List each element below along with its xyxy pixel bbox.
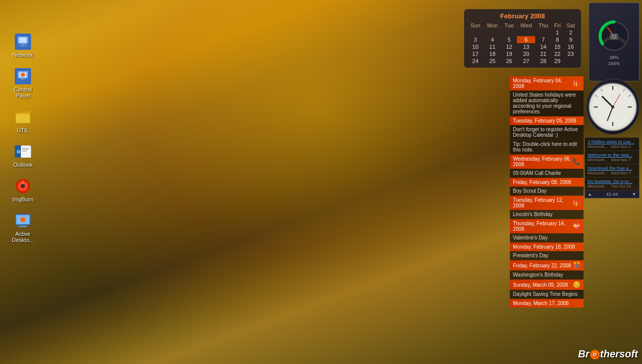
brothersoft-logo: Brothersoft: [578, 348, 638, 360]
calendar-day[interactable]: 7: [535, 36, 552, 43]
calendar-day[interactable]: 25: [483, 57, 501, 65]
svg-point-41: [612, 105, 615, 108]
news-item-4[interactable]: Do budgets. Do e-m... Microsoft... Tue O…: [585, 177, 639, 191]
calendar-day: [483, 29, 501, 36]
event-item[interactable]: United States holidays were added automa…: [510, 90, 584, 116]
event-date-header[interactable]: Tuesday, February 05, 2008: [510, 116, 584, 125]
calendar-day[interactable]: 19: [501, 50, 517, 57]
calendar-day[interactable]: 21: [535, 50, 552, 57]
event-item[interactable]: Lincoln's Birthday: [510, 210, 584, 219]
event-type-icon: 🎁: [573, 80, 580, 87]
event-date-text: Tuesday, February 12, 2008: [513, 197, 573, 208]
event-item[interactable]: Washington's Birthday: [510, 270, 584, 280]
calendar-day[interactable]: 5: [501, 36, 517, 43]
event-item[interactable]: Daylight Saving Time Begins: [510, 290, 584, 299]
calendar-day[interactable]: 12: [501, 43, 517, 50]
desktop-icon-outlook[interactable]: O Outlook: [5, 140, 41, 170]
news-meta-4: Microsoft... Tue Oct 23: [588, 184, 636, 189]
svg-rect-13: [22, 150, 27, 151]
calendar-day[interactable]: 2: [563, 29, 578, 36]
news-title-3[interactable]: Download the free a...: [588, 166, 636, 171]
calendar-day[interactable]: 27: [517, 57, 535, 65]
desktop-icon-util[interactable]: UTIL: [5, 106, 41, 135]
event-item[interactable]: Tip: Double-click here to edit this note…: [510, 140, 584, 155]
calendar-day[interactable]: 9: [563, 36, 578, 43]
scroll-down-btn[interactable]: ▼: [632, 192, 636, 197]
event-item[interactable]: President's Day: [510, 251, 584, 260]
news-title-1[interactable]: 3 hidden ways to use...: [588, 139, 636, 144]
news-item-1[interactable]: 3 hidden ways to use... Microsoft... Wed…: [585, 138, 639, 151]
calendar-day[interactable]: 10: [467, 43, 483, 50]
news-meta-1: Microsoft... Wed Nov 2: [588, 144, 636, 149]
calendar-day[interactable]: 8: [552, 36, 564, 43]
network-icon: [14, 33, 32, 51]
calendar-day[interactable]: 13: [517, 43, 535, 50]
event-panel: Monday, February 04, 2008🎁United States …: [510, 76, 584, 361]
event-date-text: Thursday, February 14, 2008: [513, 221, 573, 232]
event-item[interactable]: Don't forget to register Active Desktop …: [510, 125, 584, 140]
calendar-day[interactable]: 26: [501, 57, 517, 65]
calendar-day[interactable]: 16: [563, 43, 578, 50]
cal-header-fri: Fri: [552, 22, 564, 29]
news-title-2[interactable]: Welcome to the new...: [588, 153, 636, 158]
calendar-day[interactable]: 1: [552, 29, 564, 36]
event-type-icon: 📞: [573, 158, 580, 165]
calendar-day[interactable]: 22: [552, 50, 564, 57]
event-date-header[interactable]: Monday, February 18, 2008: [510, 242, 584, 251]
news-title-4[interactable]: Do budgets. Do e-m...: [588, 179, 636, 184]
event-date-header[interactable]: Friday, February 22, 2008🎊: [510, 260, 584, 270]
news-item-2[interactable]: Welcome to the new... Microsoft... Wed N…: [585, 151, 639, 164]
scroll-up-btn[interactable]: ▲: [588, 192, 592, 197]
svg-point-9: [21, 73, 25, 77]
clock-face: [589, 83, 637, 131]
event-date-header[interactable]: Monday, February 04, 2008🎁: [510, 76, 584, 90]
event-date-header[interactable]: Monday, March 17, 2008: [510, 299, 584, 308]
imgburn-icon: [14, 177, 32, 195]
event-date-header[interactable]: Friday, February 08, 2008: [510, 178, 584, 187]
calendar-widget: February 2008 Sun Mon Tue Wed Thu Fri Sa…: [464, 9, 581, 68]
calendar-day[interactable]: 15: [552, 43, 564, 50]
outlook-label: Outlook: [13, 162, 33, 168]
calendar-day[interactable]: 3: [467, 36, 483, 43]
imgburn-label: ImgBurn: [12, 196, 34, 202]
event-date-header[interactable]: Sunday, March 09, 2008😊: [510, 280, 584, 290]
calendar-day: [563, 57, 578, 65]
calendar-day[interactable]: 28: [535, 57, 552, 65]
calendar-day[interactable]: 29: [552, 57, 564, 65]
desktop-icon-control-panel[interactable]: Control Panel: [5, 65, 41, 101]
news-item-3[interactable]: Download the free a... Microsoft... Wed …: [585, 164, 639, 177]
calendar-grid: Sun Mon Tue Wed Thu Fri Sat 123456789101…: [467, 22, 578, 65]
clock-widget: [586, 79, 639, 135]
calendar-day[interactable]: 6: [517, 36, 535, 43]
calendar-day[interactable]: 23: [563, 50, 578, 57]
calendar-day[interactable]: 24: [467, 57, 483, 65]
util-label: UTIL: [17, 127, 29, 133]
news-panel: 3 hidden ways to use... Microsoft... Wed…: [585, 137, 639, 198]
event-date-header[interactable]: Tuesday, February 12, 2008🎁: [510, 196, 584, 210]
event-item[interactable]: Valentine's Day: [510, 233, 584, 242]
calendar-day: [535, 29, 552, 36]
monitor-disk-label: 104%: [608, 61, 620, 66]
calendar-day[interactable]: 4: [483, 36, 501, 43]
svg-rect-8: [21, 78, 25, 80]
event-date-header[interactable]: Wednesday, February 06, 2008📞: [510, 155, 584, 169]
cal-header-thu: Thu: [535, 22, 552, 29]
event-date-text: Monday, February 18, 2008: [513, 244, 575, 250]
control-panel-icon: [14, 67, 32, 85]
calendar-day[interactable]: 20: [517, 50, 535, 57]
event-date-header[interactable]: Thursday, February 14, 2008💝: [510, 219, 584, 233]
cal-header-mon: Mon: [483, 22, 501, 29]
desktop-icon-imgburn[interactable]: ImgBurn: [5, 175, 41, 204]
calendar-day[interactable]: 11: [483, 43, 501, 50]
desktop-icon-network[interactable]: Network: [5, 31, 41, 60]
cal-header-sat: Sat: [563, 22, 578, 29]
network-icon-label: Network: [13, 52, 33, 58]
news-counter: ▲ 41-44 ▼: [585, 191, 639, 198]
svg-rect-3: [21, 44, 25, 45]
calendar-day[interactable]: 14: [535, 43, 552, 50]
calendar-day[interactable]: 18: [483, 50, 501, 57]
event-item[interactable]: 09:00AM Call Charlie: [510, 169, 584, 178]
calendar-day[interactable]: 17: [467, 50, 483, 57]
event-item[interactable]: Boy Scout Day: [510, 187, 584, 196]
desktop-icon-active-desktop[interactable]: Active Deskto...: [5, 209, 41, 245]
